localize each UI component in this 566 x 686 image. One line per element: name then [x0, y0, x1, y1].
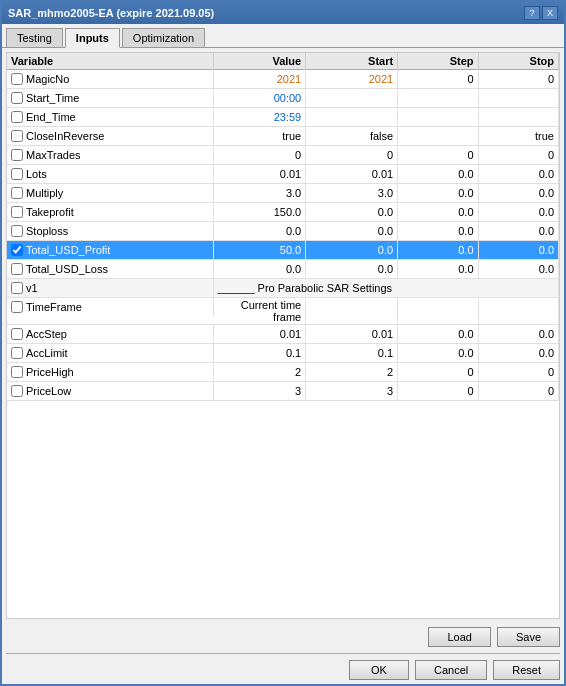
- stop-cell: 0.0: [478, 241, 558, 260]
- row-checkbox[interactable]: [11, 244, 23, 256]
- value-cell: Current time frame: [214, 298, 306, 325]
- variable-cell: Stoploss: [7, 222, 214, 240]
- row-checkbox[interactable]: [11, 366, 23, 378]
- value-cell: 0: [214, 146, 306, 165]
- params-table-container: Variable Value Start Step Stop MagicNo20…: [6, 52, 560, 619]
- col-step: Step: [398, 53, 478, 70]
- step-cell: 0.0: [398, 260, 478, 279]
- variable-cell: Total_USD_Profit: [7, 241, 214, 259]
- variable-name: Lots: [26, 168, 47, 180]
- variable-name: Start_Time: [26, 92, 79, 104]
- load-button[interactable]: Load: [428, 627, 490, 647]
- stop-cell: [478, 108, 558, 127]
- step-cell: 0: [398, 146, 478, 165]
- table-row[interactable]: v1______ Pro Parabolic SAR Settings: [7, 279, 559, 298]
- step-cell: [398, 108, 478, 127]
- row-checkbox[interactable]: [11, 328, 23, 340]
- table-row[interactable]: CloseInReversetruefalsetrue: [7, 127, 559, 146]
- step-cell: 0.0: [398, 184, 478, 203]
- table-row[interactable]: PriceHigh2200: [7, 363, 559, 382]
- value-cell: ______ Pro Parabolic SAR Settings: [214, 279, 559, 298]
- title-bar: SAR_mhmo2005-EA (expire 2021.09.05) ? X: [2, 2, 564, 24]
- value-cell: 150.0: [214, 203, 306, 222]
- row-checkbox[interactable]: [11, 92, 23, 104]
- value-cell: 3: [214, 382, 306, 401]
- value-cell: 0.0: [214, 260, 306, 279]
- table-row[interactable]: AccStep0.010.010.00.0: [7, 325, 559, 344]
- variable-name: AccLimit: [26, 347, 68, 359]
- window-title: SAR_mhmo2005-EA (expire 2021.09.05): [8, 7, 214, 19]
- table-row[interactable]: Start_Time00:00: [7, 89, 559, 108]
- start-cell: 2: [306, 363, 398, 382]
- start-cell: [306, 108, 398, 127]
- step-cell: 0.0: [398, 241, 478, 260]
- value-cell: 0.1: [214, 344, 306, 363]
- row-checkbox[interactable]: [11, 187, 23, 199]
- variable-cell: AccStep: [7, 325, 214, 343]
- reset-button[interactable]: Reset: [493, 660, 560, 680]
- row-checkbox[interactable]: [11, 347, 23, 359]
- stop-cell: 0: [478, 70, 558, 89]
- row-checkbox[interactable]: [11, 385, 23, 397]
- table-row[interactable]: Total_USD_Loss0.00.00.00.0: [7, 260, 559, 279]
- step-cell: [398, 298, 478, 325]
- value-cell: 50.0: [214, 241, 306, 260]
- table-row[interactable]: Multiply3.03.00.00.0: [7, 184, 559, 203]
- col-value: Value: [214, 53, 306, 70]
- value-cell: true: [214, 127, 306, 146]
- row-checkbox[interactable]: [11, 149, 23, 161]
- save-button[interactable]: Save: [497, 627, 560, 647]
- tab-optimization[interactable]: Optimization: [122, 28, 205, 47]
- table-row[interactable]: MaxTrades0000: [7, 146, 559, 165]
- table-row[interactable]: MagicNo2021202100: [7, 70, 559, 89]
- step-cell: 0.0: [398, 222, 478, 241]
- row-checkbox[interactable]: [11, 111, 23, 123]
- bottom-area: Load Save OK Cancel Reset: [2, 623, 564, 684]
- table-row[interactable]: Takeprofit150.00.00.00.0: [7, 203, 559, 222]
- row-checkbox[interactable]: [11, 225, 23, 237]
- row-checkbox[interactable]: [11, 282, 23, 294]
- row-checkbox[interactable]: [11, 206, 23, 218]
- tab-testing[interactable]: Testing: [6, 28, 63, 47]
- step-cell: [398, 127, 478, 146]
- value-cell: 2021: [214, 70, 306, 89]
- stop-cell: 0.0: [478, 184, 558, 203]
- row-checkbox[interactable]: [11, 130, 23, 142]
- stop-cell: true: [478, 127, 558, 146]
- table-row[interactable]: PriceLow3300: [7, 382, 559, 401]
- start-cell: 2021: [306, 70, 398, 89]
- table-row[interactable]: Total_USD_Profit50.00.00.00.0: [7, 241, 559, 260]
- step-cell: 0: [398, 70, 478, 89]
- row-checkbox[interactable]: [11, 168, 23, 180]
- ok-cancel-row: OK Cancel Reset: [6, 660, 560, 680]
- start-cell: 0.0: [306, 222, 398, 241]
- row-checkbox[interactable]: [11, 73, 23, 85]
- variable-cell: Lots: [7, 165, 214, 183]
- row-checkbox[interactable]: [11, 301, 23, 313]
- table-row[interactable]: Lots0.010.010.00.0: [7, 165, 559, 184]
- table-row[interactable]: TimeFrameCurrent time frame: [7, 298, 559, 325]
- start-cell: 0.1: [306, 344, 398, 363]
- row-checkbox[interactable]: [11, 263, 23, 275]
- stop-cell: 0.0: [478, 344, 558, 363]
- variable-cell: Multiply: [7, 184, 214, 202]
- start-cell: 0.01: [306, 165, 398, 184]
- tab-inputs[interactable]: Inputs: [65, 28, 120, 48]
- close-button[interactable]: X: [542, 6, 558, 20]
- table-row[interactable]: End_Time23:59: [7, 108, 559, 127]
- start-cell: 3.0: [306, 184, 398, 203]
- value-cell: 0.01: [214, 325, 306, 344]
- help-button[interactable]: ?: [524, 6, 540, 20]
- value-cell: 2: [214, 363, 306, 382]
- start-cell: [306, 298, 398, 325]
- start-cell: 0.0: [306, 203, 398, 222]
- main-window: SAR_mhmo2005-EA (expire 2021.09.05) ? X …: [0, 0, 566, 686]
- col-variable: Variable: [7, 53, 214, 70]
- start-cell: 0.0: [306, 260, 398, 279]
- variable-name: AccStep: [26, 328, 67, 340]
- cancel-button[interactable]: Cancel: [415, 660, 487, 680]
- ok-button[interactable]: OK: [349, 660, 409, 680]
- table-row[interactable]: Stoploss0.00.00.00.0: [7, 222, 559, 241]
- table-row[interactable]: AccLimit0.10.10.00.0: [7, 344, 559, 363]
- stop-cell: 0.0: [478, 165, 558, 184]
